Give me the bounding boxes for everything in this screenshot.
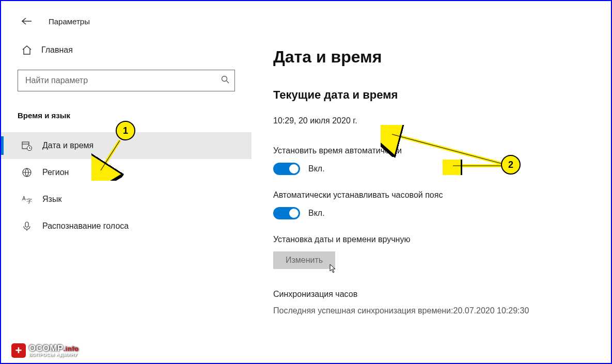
svg-line-1: [227, 81, 229, 84]
calendar-clock-icon: [22, 140, 32, 151]
search-input[interactable]: Найти параметр: [18, 70, 235, 91]
svg-text:A: A: [22, 196, 26, 201]
sidebar-item-home[interactable]: Главная: [1, 40, 252, 66]
watermark-main: OCOMP.info: [29, 344, 79, 353]
globe-icon: [22, 167, 32, 178]
annotation-badge-1: 1: [116, 121, 135, 140]
current-datetime: 10:29, 20 июля 2020 г.: [273, 116, 590, 125]
annotation-arrow-1: [91, 134, 133, 181]
sidebar: Параметры Главная Найти параметр Время и…: [1, 1, 252, 363]
section-title-current: Текущие дата и время: [273, 88, 590, 102]
sidebar-item-language[interactable]: A字 Язык: [1, 186, 252, 213]
main-heading: Дата и время: [273, 48, 590, 67]
auto-time-toggle[interactable]: [273, 163, 300, 175]
main-panel: Дата и время Текущие дата и время 10:29,…: [252, 1, 611, 363]
svg-line-10: [101, 140, 120, 170]
change-button[interactable]: Изменить: [273, 251, 335, 269]
svg-point-0: [222, 76, 227, 82]
svg-text:字: 字: [26, 198, 32, 204]
home-icon: [22, 45, 32, 55]
svg-rect-8: [25, 222, 28, 227]
sidebar-item-label: Дата и время: [42, 141, 93, 150]
watermark-sub: ВОПРОСЫ АДМИНУ: [29, 353, 79, 357]
manual-set-label: Установка даты и времени вручную: [273, 235, 590, 244]
annotation-badge-2: 2: [501, 155, 521, 175]
sync-text: Последняя успешная синхронизация времени…: [273, 306, 590, 315]
back-arrow-icon[interactable]: [22, 15, 32, 27]
sync-title: Синхронизация часов: [273, 290, 590, 299]
sidebar-item-label: Распознавание голоса: [42, 221, 129, 231]
header-row: Параметры: [1, 11, 252, 40]
sidebar-item-label: Главная: [41, 45, 73, 55]
watermark: + OCOMP.info ВОПРОСЫ АДМИНУ: [11, 343, 79, 358]
search-icon: [221, 75, 229, 86]
sidebar-item-speech[interactable]: Распознавание голоса: [1, 213, 252, 240]
sidebar-item-label: Язык: [42, 195, 61, 204]
auto-time-state: Вкл.: [308, 164, 325, 173]
auto-timezone-label: Автоматически устанавливать часовой пояс: [273, 191, 590, 200]
sidebar-item-label: Регион: [42, 168, 69, 177]
watermark-plus-icon: +: [11, 343, 26, 358]
search-placeholder: Найти параметр: [25, 76, 221, 85]
auto-timezone-state: Вкл.: [308, 209, 325, 218]
auto-timezone-toggle[interactable]: [273, 207, 300, 219]
cursor-icon: [329, 264, 338, 274]
page-title: Параметры: [49, 17, 90, 26]
language-icon: A字: [22, 194, 32, 204]
microphone-icon: [22, 221, 32, 231]
